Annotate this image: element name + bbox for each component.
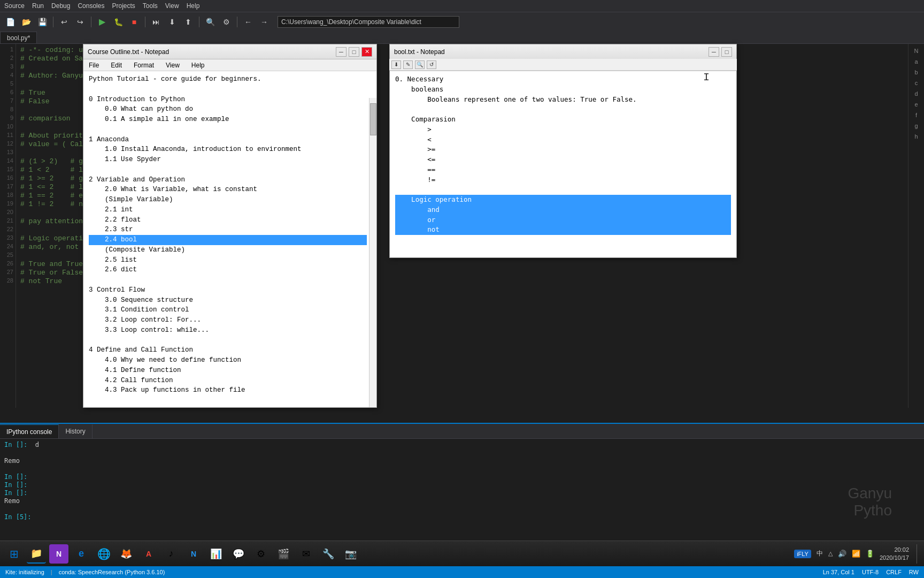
side-icon-7[interactable]: f <box>911 110 922 120</box>
top-menu-bar: Source Run Debug Consoles Projects Tools… <box>0 0 924 12</box>
taskbar-acrobat[interactable]: A <box>139 544 158 564</box>
line-col: Ln 37, Col 1 <box>823 569 854 575</box>
ip-line-6: In []: <box>4 481 920 489</box>
menu-tools[interactable]: Tools <box>143 2 158 10</box>
taskbar-misc1[interactable]: 🔧 <box>319 544 338 564</box>
find-btn[interactable]: 🔍 <box>203 15 217 29</box>
notif-chinese[interactable]: 中 <box>817 549 823 558</box>
file-tab-bool[interactable]: bool.py* <box>0 32 37 43</box>
conda-status: conda: SpeechResearch (Python 3.6.10) <box>59 569 165 575</box>
ipython-console-content[interactable]: In []: d Remo In []: In []: In []: Remo … <box>0 439 924 523</box>
undo-btn[interactable]: ↩ <box>57 15 71 29</box>
taskbar-start[interactable]: ⊞ <box>4 544 24 564</box>
notepad1-scrollbar[interactable] <box>369 98 376 407</box>
encoding: UTF-8 <box>862 569 879 575</box>
open-file-btn[interactable]: 📂 <box>19 15 33 29</box>
notepad2-content[interactable]: 0. Necessary booleans Booleans represent… <box>390 71 736 257</box>
back-btn[interactable]: ← <box>241 15 255 29</box>
np2-tb-2[interactable]: ✎ <box>403 60 413 69</box>
ip-line-9 <box>4 505 920 513</box>
notif-sound[interactable]: 🔊 <box>838 550 846 558</box>
notif-show-desktop[interactable] <box>917 544 920 564</box>
taskbar-file-explorer[interactable]: 📁 <box>27 544 46 564</box>
stop-btn[interactable]: ■ <box>127 15 141 29</box>
taskbar: ⊞ 📁 N e 🌐 🦊 A ♪ N 📊 💬 ⚙ 🎬 ✉ 🔧 📷 iFLY 中 △… <box>0 541 924 566</box>
np1-edit[interactable]: Edit <box>109 60 124 70</box>
np1-help[interactable]: Help <box>189 60 207 70</box>
side-icon-5[interactable]: d <box>911 89 922 98</box>
notepad2-lines: 0. Necessary booleans Booleans represent… <box>395 74 731 235</box>
status-left: Kite: initializing | conda: SpeechResear… <box>5 569 165 575</box>
notif-network[interactable]: 📶 <box>852 550 860 558</box>
taskbar-vlc[interactable]: 🎬 <box>274 544 293 564</box>
notepad2-maximize-btn[interactable]: □ <box>721 47 732 57</box>
notepad2-minimize-btn[interactable]: ─ <box>709 47 719 57</box>
np1-format[interactable]: Format <box>132 60 156 70</box>
forward-btn[interactable]: → <box>257 15 271 29</box>
new-file-btn[interactable]: 📄 <box>3 15 17 29</box>
side-icon-6[interactable]: e <box>911 100 922 109</box>
gear-btn[interactable]: ⚙ <box>219 15 233 29</box>
taskbar-misc2[interactable]: 📷 <box>341 544 360 564</box>
menu-debug[interactable]: Debug <box>51 2 70 10</box>
notif-battery[interactable]: 🔋 <box>866 550 874 558</box>
side-panel: N a b c d e f g h <box>908 44 924 408</box>
notepad1-text: Python Tutorial - core guide for beginne… <box>89 74 367 407</box>
side-icon-3[interactable]: b <box>911 67 922 77</box>
taskbar-onenote[interactable]: N <box>49 544 68 564</box>
debug-btn[interactable]: 🐛 <box>111 15 125 29</box>
notepad1-titlebar[interactable]: Course Outline.txt - Notepad ─ □ ✕ <box>83 44 376 59</box>
side-icon-1[interactable]: N <box>911 46 922 56</box>
course-outline-notepad: Course Outline.txt - Notepad ─ □ ✕ File … <box>83 44 377 408</box>
side-icon-9[interactable]: h <box>911 132 922 141</box>
side-icon-8[interactable]: g <box>911 121 922 131</box>
side-icon-4[interactable]: c <box>911 78 922 88</box>
np2-tb-4[interactable]: ↺ <box>427 60 436 69</box>
toolbar-sep-3 <box>145 17 145 27</box>
line-ending: CRLF <box>886 569 902 575</box>
toolbar: 📄 📂 💾 ↩ ↪ ▶ 🐛 ■ ⏭ ⬇ ⬆ 🔍 ⚙ ← → <box>0 12 924 31</box>
menu-projects[interactable]: Projects <box>112 2 135 10</box>
menu-help[interactable]: Help <box>187 2 200 10</box>
taskbar-winamp[interactable]: ♪ <box>161 544 181 564</box>
taskbar-edge[interactable]: e <box>72 544 91 564</box>
tab-ipython[interactable]: IPython console <box>0 424 59 438</box>
notepad1-controls: ─ □ ✕ <box>336 47 372 57</box>
redo-btn[interactable]: ↪ <box>73 15 87 29</box>
taskbar-chrome[interactable]: 🌐 <box>94 544 113 564</box>
status-bar: Kite: initializing | conda: SpeechResear… <box>0 566 924 578</box>
step-out-btn[interactable]: ⬆ <box>181 15 195 29</box>
np1-view[interactable]: View <box>164 60 182 70</box>
run-btn[interactable]: ▶ <box>95 15 109 29</box>
notepad1-content[interactable]: Python Tutorial - core guide for beginne… <box>83 71 376 407</box>
save-btn[interactable]: 💾 <box>35 15 49 29</box>
taskbar-notepadpp[interactable]: N <box>184 544 203 564</box>
step-into-btn[interactable]: ⬇ <box>165 15 179 29</box>
taskbar-app9[interactable]: 📊 <box>206 544 226 564</box>
side-icon-2[interactable]: a <box>911 57 922 66</box>
notepad1-scroll-thumb[interactable] <box>370 103 376 135</box>
ip-line-2 <box>4 449 920 457</box>
rw-mode: RW <box>909 569 919 575</box>
notepad1-close-btn[interactable]: ✕ <box>361 47 372 57</box>
notepad1-minimize-btn[interactable]: ─ <box>336 47 346 57</box>
menu-source[interactable]: Source <box>4 2 25 10</box>
menu-view[interactable]: View <box>165 2 179 10</box>
taskbar-wechat[interactable]: 💬 <box>229 544 248 564</box>
notepad1-maximize-btn[interactable]: □ <box>349 47 359 57</box>
path-input[interactable] <box>278 16 459 28</box>
taskbar-mail[interactable]: ✉ <box>296 544 315 564</box>
notepad2-titlebar[interactable]: bool.txt - Notepad ─ □ <box>390 44 736 59</box>
taskbar-settings[interactable]: ⚙ <box>251 544 271 564</box>
tab-history[interactable]: History <box>59 424 92 438</box>
np2-tb-1[interactable]: ⬇ <box>391 60 401 69</box>
ip-line-1: In []: d <box>4 441 920 449</box>
np2-tb-3[interactable]: 🔍 <box>415 60 425 69</box>
notif-ifly[interactable]: iFLY <box>794 550 811 558</box>
step-btn[interactable]: ⏭ <box>149 15 163 29</box>
taskbar-firefox[interactable]: 🦊 <box>117 544 136 564</box>
menu-consoles[interactable]: Consoles <box>78 2 104 10</box>
notepad2-controls: ─ □ <box>709 47 732 57</box>
np1-file[interactable]: File <box>87 60 101 70</box>
menu-run[interactable]: Run <box>32 2 44 10</box>
